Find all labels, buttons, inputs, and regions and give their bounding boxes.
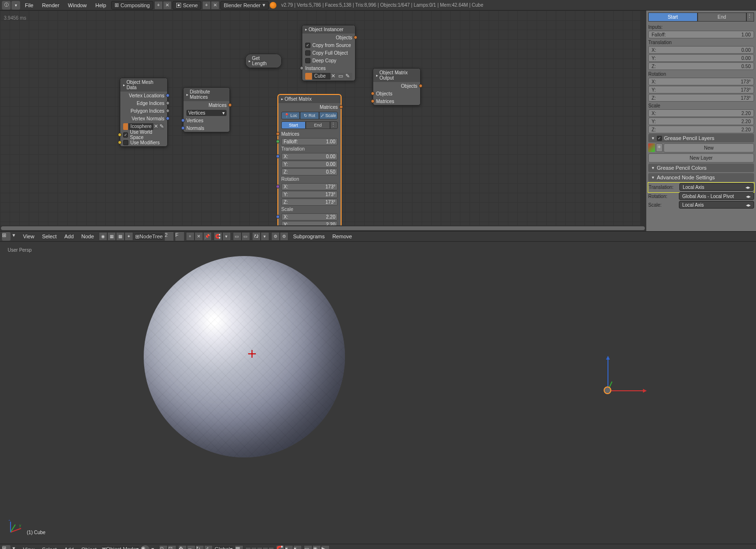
node-header[interactable]: ▸Object Matrix Output <box>373 69 420 82</box>
pin-icon[interactable]: 📌 <box>203 232 212 241</box>
users-count[interactable]: 2 <box>165 232 173 241</box>
node-object-matrix-output[interactable]: ▸Object Matrix Output Objects Objects Ma… <box>373 68 421 105</box>
rotation-axis-dropdown[interactable]: Global Axis - Local Pivot◂▸ <box>679 192 754 200</box>
tx-field[interactable]: X:0.00 <box>648 46 754 54</box>
ry-field[interactable]: Y:173° <box>278 190 341 198</box>
source-object-field[interactable]: Cube✕▭✎ <box>302 72 355 81</box>
auto-exec-icon[interactable]: 🗘 <box>252 232 261 241</box>
renderer-dropdown[interactable]: Blender Render▾ <box>220 1 269 10</box>
clear-icon[interactable]: ✕ <box>154 123 159 130</box>
shading-icon[interactable]: ◉ <box>141 545 149 549</box>
snap-icon[interactable]: 🧲 <box>214 232 222 241</box>
list-icon[interactable]: ▭ <box>338 73 345 80</box>
use-modifiers-checkbox[interactable]: Use Modifiers <box>120 139 167 146</box>
options-icon[interactable]: ⋮ <box>330 121 338 129</box>
render-border-icon[interactable]: ▭ <box>304 545 312 549</box>
node-header[interactable]: ▸Object Mesh Data <box>120 78 167 92</box>
menu-window[interactable]: Window <box>64 1 91 9</box>
layers-icon[interactable]: ▦ <box>235 545 243 549</box>
menu-object[interactable]: Object <box>79 546 100 549</box>
gizmo-z-axis[interactable] <box>607 357 608 390</box>
rx-field[interactable]: X:173° <box>648 78 754 85</box>
tz-field[interactable]: Z:0.50 <box>278 168 341 175</box>
sx-field[interactable]: X:2.20 <box>648 109 754 117</box>
node-get-length[interactable]: ▸Get Length <box>245 54 282 68</box>
rx-field[interactable]: X:173° <box>278 183 341 190</box>
menu-select[interactable]: Select <box>39 233 60 240</box>
shading-expand-icon[interactable]: ▾ <box>151 546 157 549</box>
deep-copy-checkbox[interactable]: Deep Copy <box>302 57 355 64</box>
layout-remove-icon[interactable]: ✕ <box>163 1 172 10</box>
menu-select[interactable]: Select <box>39 546 60 549</box>
ry-field[interactable]: Y:173° <box>648 86 754 93</box>
ty-field[interactable]: Y:0.00 <box>648 54 754 62</box>
node-object-mesh-data[interactable]: ▸Object Mesh Data Vertex Locations Edge … <box>120 78 168 147</box>
tab-options-icon[interactable]: ⋮ <box>746 12 754 22</box>
tab-start[interactable]: Start <box>281 121 306 129</box>
node-header[interactable]: ▸Object Instancer <box>302 25 355 34</box>
mode-dropdown[interactable]: ▣Object Mode▾ <box>102 546 139 549</box>
sy-field[interactable]: Y:2.20 <box>648 117 754 125</box>
unlink-tree-icon[interactable]: ✕ <box>195 232 203 241</box>
render-anim-icon[interactable]: ▶ <box>321 545 330 549</box>
menu-render[interactable]: Render <box>38 1 63 9</box>
menu-node[interactable]: Node <box>79 233 97 240</box>
vertical-scrollbar[interactable] <box>640 11 646 225</box>
editor-type-icon[interactable]: ▾ <box>11 1 20 10</box>
expand-icon[interactable]: ▾ <box>12 545 18 549</box>
add-icon[interactable]: + <box>656 143 663 152</box>
tab-end[interactable]: End <box>306 121 330 129</box>
animation-tree-icon[interactable]: ✦ <box>125 232 133 241</box>
menu-add[interactable]: Add <box>61 233 77 240</box>
rotate-icon[interactable]: ↻ <box>195 545 204 549</box>
menu-file[interactable]: File <box>21 1 37 9</box>
tool2-icon[interactable]: ⚙ <box>280 232 288 241</box>
grease-pencil-layers-header[interactable]: ▼✓Grease Pencil Layers <box>648 134 754 142</box>
sx-field[interactable]: X:2.20 <box>278 213 341 221</box>
node-object-instancer[interactable]: ▸Object Instancer Objects ✓Copy from Sou… <box>302 25 355 81</box>
gizmo-x-axis[interactable] <box>607 390 646 391</box>
node-distribute-matrices[interactable]: ▸Distribute Matrices Matrices Vertices▾ … <box>183 87 230 132</box>
tool-icon[interactable]: ⚙ <box>271 232 280 241</box>
clear-icon[interactable]: ✕ <box>331 73 338 80</box>
nodetree-dropdown[interactable]: ⊞NodeTree <box>135 234 163 240</box>
snap-target-icon[interactable]: ▾ <box>293 545 302 549</box>
node-header[interactable]: ▸Get Length <box>246 54 281 68</box>
remove-button[interactable]: Remove <box>330 233 355 240</box>
subprograms-button[interactable]: Subprograms <box>290 233 328 240</box>
copy-full-object-checkbox[interactable]: Copy Full Object <box>302 49 355 57</box>
editor-type-icon[interactable]: ⊞ <box>2 232 11 241</box>
expand-icon[interactable]: ▾ <box>12 232 18 241</box>
node-header[interactable]: ▸Offset Matrix <box>278 95 341 103</box>
snap-type-icon[interactable]: ▾ <box>285 545 293 549</box>
copy-icon[interactable]: ▭ <box>233 232 241 241</box>
layer-buttons[interactable] <box>245 547 274 549</box>
fake-user-button[interactable]: F <box>175 232 184 241</box>
tab-end[interactable]: End <box>698 12 747 22</box>
menu-view[interactable]: View <box>20 233 37 240</box>
pivot-icon[interactable]: ⊙ <box>159 545 168 549</box>
menu-view[interactable]: View <box>20 546 37 549</box>
rz-field[interactable]: Z:173° <box>648 94 754 102</box>
scene-add-icon[interactable]: + <box>202 1 211 10</box>
orientation-dropdown[interactable]: Global▾ <box>215 546 233 549</box>
advanced-node-settings-header[interactable]: ▼Advanced Node Settings <box>648 173 754 182</box>
texture-tree-icon[interactable]: ▩ <box>116 232 125 241</box>
options-icon[interactable]: ▾ <box>261 232 269 241</box>
menu-add[interactable]: Add <box>61 546 77 549</box>
new-layer-button[interactable]: New Layer <box>648 153 754 163</box>
falloff-field[interactable]: Falloff:1.00 <box>278 138 341 145</box>
grease-pencil-colors-header[interactable]: ▼Grease Pencil Colors <box>648 164 754 172</box>
falloff-field[interactable]: Falloff:1.00 <box>648 31 754 38</box>
menu-help[interactable]: Help <box>92 1 110 9</box>
mode-dropdown[interactable]: Vertices▾ <box>183 109 229 117</box>
tx-field[interactable]: X:0.00 <box>278 152 341 160</box>
info-icon[interactable]: ⓘ <box>2 1 11 10</box>
paste-icon[interactable]: ▭ <box>241 232 250 241</box>
toggle-loc[interactable]: 📍Loc <box>281 112 300 119</box>
horizontal-scrollbar[interactable] <box>0 225 646 231</box>
toggle-rot[interactable]: ↻Rot <box>300 112 319 119</box>
use-world-space-checkbox[interactable]: ✓Use World Space <box>120 131 167 139</box>
scene-remove-icon[interactable]: ✕ <box>211 1 219 10</box>
snap-icon[interactable]: 🧲 <box>276 545 285 549</box>
